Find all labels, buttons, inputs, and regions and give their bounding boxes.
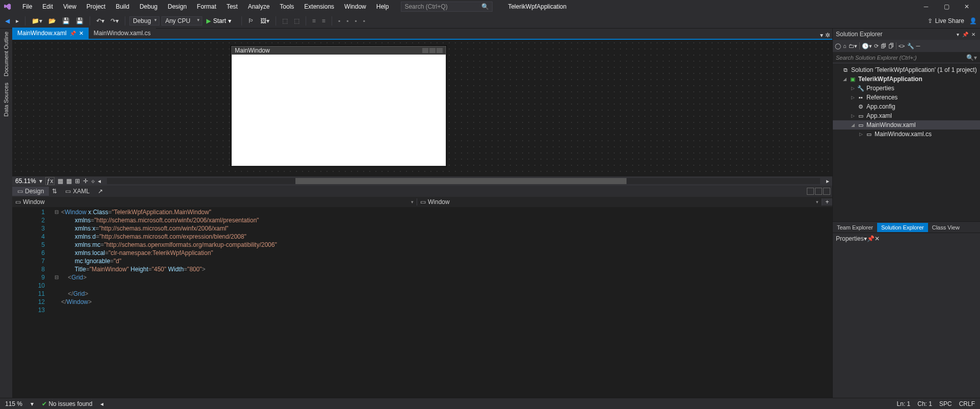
tree-appconfig[interactable]: ⚙App.config bbox=[833, 102, 980, 111]
scroll-left-icon[interactable]: ◂ bbox=[98, 177, 101, 185]
status-ch[interactable]: Ch: 1 bbox=[917, 400, 932, 407]
group-icon[interactable]: ⬚ bbox=[280, 16, 290, 25]
snapline-icon[interactable]: ⊞ bbox=[75, 177, 80, 185]
code-editor[interactable]: 12345678910111213 ⊟⊟ <Window x:Class="Te… bbox=[12, 207, 832, 398]
nav-back-button[interactable]: ◀ bbox=[3, 16, 12, 25]
nav-fwd-button[interactable]: ▸ bbox=[14, 16, 21, 25]
status-zoom-dropdown-icon[interactable]: ▾ bbox=[31, 400, 34, 407]
feedback-icon[interactable]: 👤 bbox=[969, 17, 977, 24]
menu-tools[interactable]: Tools bbox=[275, 1, 299, 12]
close-tab-icon[interactable]: ✕ bbox=[79, 30, 84, 37]
tab-solution-explorer[interactable]: Solution Explorer bbox=[877, 223, 928, 232]
close-button[interactable]: ✕ bbox=[957, 3, 977, 10]
se-home-icon[interactable]: ⌂ bbox=[843, 43, 847, 49]
se-properties-icon[interactable]: 🔧 bbox=[907, 43, 914, 49]
panel-close-icon[interactable]: ✕ bbox=[970, 32, 977, 37]
menu-extensions[interactable]: Extensions bbox=[299, 1, 339, 12]
tab-team-explorer[interactable]: Team Explorer bbox=[833, 223, 877, 232]
tree-appxaml[interactable]: ▷▭App.xaml bbox=[833, 111, 980, 120]
zoom-dropdown-icon[interactable]: ▾ bbox=[39, 177, 42, 185]
minimize-button[interactable]: ─ bbox=[916, 3, 936, 10]
live-share-button[interactable]: ⇪ Live Share bbox=[928, 17, 964, 24]
maximize-button[interactable]: ▢ bbox=[936, 3, 957, 10]
menu-edit[interactable]: Edit bbox=[37, 1, 58, 12]
snap-icon[interactable]: ▦ bbox=[66, 177, 72, 185]
designer-window-preview[interactable]: MainWindow bbox=[231, 46, 446, 166]
tree-solution[interactable]: ⧉Solution 'TelerikWpfApplication' (1 of … bbox=[833, 65, 980, 74]
pin-icon[interactable]: 📌 bbox=[70, 31, 76, 36]
save-all-button[interactable]: 💾 bbox=[74, 16, 86, 25]
xaml-designer[interactable]: MainWindow bbox=[12, 40, 832, 176]
scroll-thumb[interactable] bbox=[295, 178, 627, 184]
menu-file[interactable]: File bbox=[17, 1, 37, 12]
designer-zoom[interactable]: 65.11% bbox=[15, 177, 36, 185]
turn-icon[interactable]: ✛ bbox=[83, 177, 88, 185]
start-button[interactable]: ▶Start ▾ bbox=[204, 16, 237, 25]
redo-button[interactable]: ↷▾ bbox=[108, 16, 121, 25]
collapse-pane-icon[interactable] bbox=[823, 188, 830, 195]
split-vertical-icon[interactable] bbox=[807, 188, 814, 195]
menu-view[interactable]: View bbox=[58, 1, 81, 12]
document-outline-tab[interactable]: Document Outline bbox=[3, 29, 9, 80]
align-icon[interactable]: ⬚ bbox=[292, 16, 302, 25]
status-issues[interactable]: ✔ No issues found bbox=[42, 400, 92, 407]
undo-button[interactable]: ↶▾ bbox=[94, 16, 106, 25]
tree-mainxaml-cs[interactable]: ▷▭MainWindow.xaml.cs bbox=[833, 130, 980, 139]
new-project-button[interactable]: 📁▾ bbox=[30, 16, 44, 25]
menu-project[interactable]: Project bbox=[81, 1, 111, 12]
tab-class-view[interactable]: Class View bbox=[928, 223, 964, 232]
menu-window[interactable]: Window bbox=[339, 1, 371, 12]
popout-icon[interactable]: ↗ bbox=[95, 187, 106, 196]
tab-mainwindow-xaml-cs[interactable]: MainWindow.xaml.cs bbox=[89, 28, 156, 39]
nav-scope-left[interactable]: ▭ Window bbox=[12, 198, 417, 206]
menu-design[interactable]: Design bbox=[162, 1, 192, 12]
tree-mainxaml[interactable]: ◢▭MainWindow.xaml bbox=[833, 120, 980, 130]
nav-add-button[interactable]: + bbox=[822, 198, 832, 206]
misc-icon-1[interactable]: ▪ bbox=[336, 16, 342, 25]
props-close-icon[interactable]: ✕ bbox=[875, 235, 880, 242]
se-scope-icon[interactable]: 🕓▾ bbox=[862, 43, 872, 49]
indent-left-icon[interactable]: ≡ bbox=[310, 16, 318, 25]
split-horizontal-icon[interactable] bbox=[815, 188, 822, 195]
code-content[interactable]: <Window x:Class="TelerikWpfApplication.M… bbox=[61, 207, 832, 306]
grid-icon[interactable]: ▦ bbox=[58, 177, 63, 185]
scroll-right-icon[interactable]: ▸ bbox=[826, 177, 829, 185]
designer-hscroll[interactable] bbox=[107, 178, 820, 184]
status-zoom[interactable]: 115 % bbox=[5, 400, 22, 407]
menu-analyze[interactable]: Analyze bbox=[243, 1, 275, 12]
menu-help[interactable]: Help bbox=[371, 1, 394, 12]
menu-build[interactable]: Build bbox=[111, 1, 134, 12]
tree-properties[interactable]: ▷🔧Properties bbox=[833, 84, 980, 93]
tree-project[interactable]: ◢▣TelerikWpfApplication bbox=[833, 74, 980, 84]
se-refresh-icon[interactable]: ⟳ bbox=[874, 43, 879, 49]
se-showall-icon[interactable]: 🗍 bbox=[888, 43, 894, 49]
se-back-icon[interactable]: ◯ bbox=[835, 43, 841, 49]
config-dropdown[interactable]: Debug bbox=[129, 16, 159, 25]
tree-references[interactable]: ▷▪▪References bbox=[833, 93, 980, 102]
misc-icon-4[interactable]: ▪ bbox=[361, 16, 367, 25]
misc-icon-2[interactable]: ▪ bbox=[344, 16, 350, 25]
xaml-tab[interactable]: ▭ XAML bbox=[60, 187, 95, 196]
menu-debug[interactable]: Debug bbox=[134, 1, 162, 12]
nav-scope-right[interactable]: ▭ Window bbox=[417, 198, 822, 206]
fx-icon[interactable]: ƒx bbox=[45, 177, 55, 185]
solution-explorer-search[interactable]: Search Solution Explorer (Ctrl+;) 🔍▾ bbox=[833, 52, 980, 63]
status-spc[interactable]: SPC bbox=[939, 400, 952, 407]
tab-overflow-icon[interactable]: ▾ bbox=[820, 32, 823, 39]
se-preview-icon[interactable]: ─ bbox=[916, 43, 920, 49]
tool-icon-1[interactable]: 🏳 bbox=[246, 16, 256, 25]
quick-launch-search[interactable]: Search (Ctrl+Q) 🔍 bbox=[401, 2, 493, 12]
status-crlf[interactable]: CRLF bbox=[959, 400, 975, 407]
open-file-button[interactable]: 📂 bbox=[46, 16, 58, 25]
se-sync-icon[interactable]: 🗀▾ bbox=[849, 43, 857, 49]
status-scroll-left-icon[interactable]: ◂ bbox=[100, 400, 103, 407]
tool-icon-2[interactable]: 🖼▾ bbox=[258, 16, 271, 25]
se-code-icon[interactable]: <> bbox=[899, 43, 905, 49]
save-button[interactable]: 💾 bbox=[60, 16, 72, 25]
panel-dropdown-icon[interactable]: ▾ bbox=[955, 32, 961, 37]
status-ln[interactable]: Ln: 1 bbox=[897, 400, 911, 407]
misc-icon-3[interactable]: ▪ bbox=[352, 16, 359, 25]
panel-pin-icon[interactable]: 📌 bbox=[961, 32, 970, 37]
tab-mainwindow-xaml[interactable]: MainWindow.xaml 📌 ✕ bbox=[12, 28, 89, 39]
design-tab[interactable]: ▭ Design bbox=[12, 187, 49, 196]
